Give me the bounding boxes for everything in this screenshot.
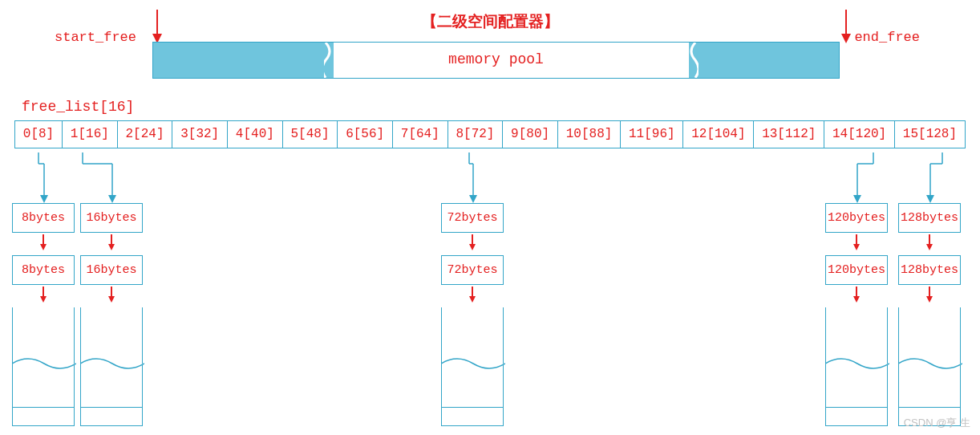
memory-pool: memory pool (152, 42, 840, 79)
watermark: CSDN @亨 生 (904, 416, 970, 430)
link-arrow-icon (925, 287, 934, 307)
svg-marker-39 (926, 195, 934, 203)
chain-tail (80, 408, 143, 426)
svg-marker-33 (853, 244, 860, 250)
free-list-chain: 72bytes72bytes (441, 152, 504, 426)
link-arrow-icon (468, 234, 477, 254)
svg-marker-27 (469, 296, 476, 303)
chain-tail (12, 408, 75, 426)
free-list-cell: 13[112] (754, 121, 824, 148)
link-arrow-icon (852, 234, 861, 254)
free-list-chain: 120bytes120bytes (825, 152, 888, 426)
chain-node: 16bytes (80, 255, 143, 285)
chain-node: 72bytes (441, 203, 504, 233)
svg-marker-19 (108, 296, 115, 303)
svg-marker-15 (108, 195, 116, 203)
svg-marker-35 (853, 296, 860, 303)
free-list-cell: 9[80] (503, 121, 558, 148)
connector (898, 152, 961, 203)
free-list-chain: 128bytes128bytes (898, 152, 961, 426)
chain-ellipsis (441, 307, 504, 408)
svg-marker-3 (841, 34, 851, 43)
connector (441, 152, 504, 203)
free-list-cell: 11[96] (621, 121, 683, 148)
chain-node: 128bytes (898, 203, 961, 233)
free-list-cell: 0[8] (15, 121, 63, 148)
chain-tail (441, 408, 504, 426)
svg-marker-43 (926, 296, 933, 303)
free-list-chain: 16bytes16bytes (80, 152, 143, 426)
link-arrow-icon (925, 234, 934, 254)
start-free-label: start_free (55, 30, 136, 45)
chain-ellipsis (80, 307, 143, 408)
connector (80, 152, 143, 203)
chain-tail (825, 408, 888, 426)
chain-node: 8bytes (12, 255, 75, 285)
svg-marker-11 (40, 296, 47, 303)
chain-node: 8bytes (12, 203, 75, 233)
free-list-cell: 12[104] (683, 121, 754, 148)
link-arrow-icon (107, 287, 116, 307)
svg-marker-17 (108, 244, 115, 250)
free-list-cell: 7[64] (393, 121, 448, 148)
svg-marker-31 (853, 195, 861, 203)
svg-marker-41 (926, 244, 933, 250)
link-arrow-icon (38, 234, 48, 254)
free-list-cell: 15[128] (895, 121, 965, 148)
link-arrow-icon (107, 234, 116, 254)
free-list-cell: 5[48] (283, 121, 338, 148)
chain-ellipsis (898, 307, 961, 408)
chain-node: 128bytes (898, 255, 961, 285)
free-list-label: free_list[16] (22, 99, 134, 115)
link-arrow-icon (468, 287, 477, 307)
link-arrow-icon (852, 287, 861, 307)
free-list-cell: 4[40] (228, 121, 283, 148)
svg-marker-9 (40, 244, 47, 250)
free-list-cell: 14[120] (824, 121, 895, 148)
chain-node: 120bytes (825, 255, 888, 285)
free-list-chain: 8bytes8bytes (12, 152, 75, 426)
free-list-array: 0[8]1[16]2[24]3[32]4[40]5[48]6[56]7[64]8… (14, 120, 966, 148)
chain-node: 120bytes (825, 203, 888, 233)
free-list-cell: 1[16] (63, 121, 118, 148)
free-list-cell: 3[32] (172, 121, 228, 148)
chain-ellipsis (12, 307, 75, 408)
chain-node: 16bytes (80, 203, 143, 233)
free-list-cell: 8[72] (448, 121, 504, 148)
chain-node: 72bytes (441, 255, 504, 285)
svg-marker-7 (40, 195, 48, 203)
connector (12, 152, 75, 203)
connector (825, 152, 888, 203)
free-list-cell: 10[88] (558, 121, 621, 148)
link-arrow-icon (38, 287, 48, 307)
svg-marker-25 (469, 244, 476, 250)
svg-marker-23 (469, 195, 477, 203)
free-list-cell: 6[56] (338, 121, 393, 148)
chain-ellipsis (825, 307, 888, 408)
free-list-cell: 2[24] (118, 121, 173, 148)
memory-pool-label: memory pool (153, 51, 839, 67)
end-free-label: end_free (854, 30, 920, 45)
